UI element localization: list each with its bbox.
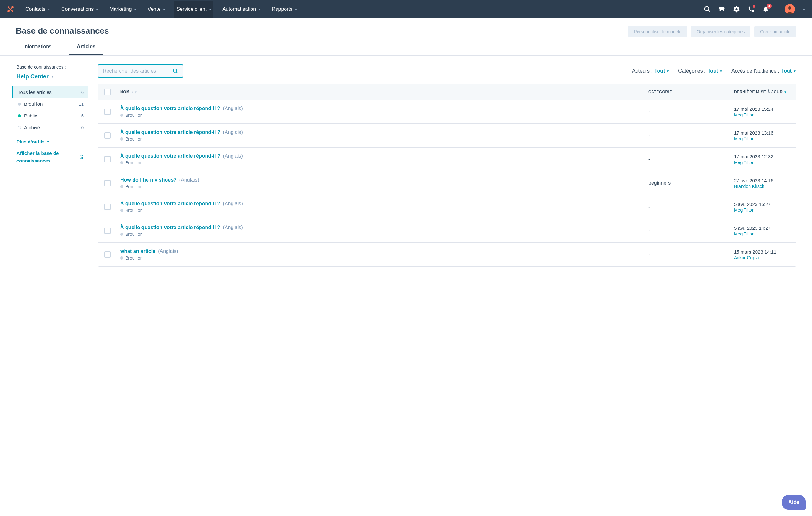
- row-checkbox[interactable]: [104, 251, 111, 258]
- filter-label: Catégories :: [678, 68, 705, 74]
- article-language: (Anglais): [223, 225, 243, 230]
- tab-articles[interactable]: Articles: [69, 44, 103, 55]
- svg-point-8: [173, 69, 177, 72]
- filter-bar: Auteurs : Tout▼ Catégories : Tout▼ Accès…: [632, 68, 796, 74]
- organize-categories-button[interactable]: Organiser les catégories: [691, 26, 751, 37]
- kb-selector[interactable]: Help Center ▼: [12, 73, 88, 80]
- table-body: À quelle question votre article répond-i…: [98, 100, 796, 266]
- filter-audience-value[interactable]: Tout▼: [781, 68, 796, 74]
- filter-label: Brouillon: [24, 101, 42, 107]
- filter-authors: Auteurs : Tout▼: [632, 68, 669, 74]
- nav-item-marketing[interactable]: Marketing▼: [108, 1, 139, 18]
- article-language: (Anglais): [223, 130, 243, 135]
- updated-author-link[interactable]: Meg Tilton: [734, 208, 789, 213]
- create-article-button[interactable]: Créer un article: [754, 26, 796, 37]
- search-box[interactable]: [98, 64, 183, 78]
- row-checkbox[interactable]: [104, 204, 111, 210]
- sidebar-filter-published[interactable]: Publié 5: [12, 110, 88, 121]
- chevron-down-icon: ▼: [47, 140, 50, 143]
- tab-informations[interactable]: Informations: [16, 44, 59, 55]
- article-title-link[interactable]: À quelle question votre article répond-i…: [120, 130, 221, 135]
- table-row: À quelle question votre article répond-i…: [98, 100, 796, 124]
- article-title-link[interactable]: what an article: [120, 248, 155, 254]
- article-language: (Anglais): [223, 153, 243, 159]
- updated-author-link[interactable]: Ankur Gupta: [734, 255, 789, 260]
- row-checkbox[interactable]: [104, 132, 111, 139]
- article-title-link[interactable]: À quelle question votre article répond-i…: [120, 153, 221, 159]
- sidebar-filter-all[interactable]: Tous les articles 16: [12, 86, 88, 98]
- search-icon[interactable]: [173, 68, 178, 74]
- header-updated[interactable]: Dernière mise à jour ▼: [734, 90, 789, 94]
- cell-category: -: [648, 157, 734, 162]
- page-title: Base de connaissances: [16, 26, 109, 36]
- article-title-link[interactable]: How do I tie my shoes?: [120, 177, 177, 183]
- article-language: (Anglais): [223, 106, 243, 111]
- updated-date: 17 mai 2023 15:24: [734, 106, 789, 112]
- chevron-down-icon: ▼: [719, 70, 723, 73]
- sidebar-filter-draft[interactable]: Brouillon 11: [12, 98, 88, 110]
- page-header: Base de connaissances Personnaliser le m…: [0, 19, 812, 37]
- nav-item-rapports[interactable]: Rapports▼: [270, 1, 299, 18]
- header-actions: Personnaliser le modèle Organiser les ca…: [628, 26, 796, 37]
- table-row: À quelle question votre article répond-i…: [98, 219, 796, 243]
- phone-icon[interactable]: [748, 6, 755, 13]
- row-checkbox[interactable]: [104, 156, 111, 162]
- filter-authors-value[interactable]: Tout▼: [655, 68, 669, 74]
- row-checkbox[interactable]: [104, 109, 111, 115]
- filter-categories-value[interactable]: Tout▼: [708, 68, 723, 74]
- article-title-link[interactable]: À quelle question votre article répond-i…: [120, 201, 221, 206]
- table-row: what an article(Anglais)Brouillon-15 mar…: [98, 243, 796, 266]
- updated-author-link[interactable]: Brandon Kirsch: [734, 184, 789, 189]
- filter-categories: Catégories : Tout▼: [678, 68, 723, 74]
- select-all-checkbox[interactable]: [104, 89, 111, 95]
- nav-item-vente[interactable]: Vente▼: [146, 1, 168, 18]
- more-tools-link[interactable]: Plus d'outils ▼: [12, 136, 88, 147]
- cell-category: -: [648, 228, 734, 234]
- notification-icon[interactable]: 8: [762, 6, 769, 13]
- status-dot-icon: [120, 137, 123, 141]
- status-dot-icon: [120, 114, 123, 117]
- status-dot-icon: [120, 161, 123, 164]
- link-label: Afficher la base de connaissances: [17, 150, 78, 165]
- updated-author-link[interactable]: Meg Tilton: [734, 160, 789, 165]
- cell-name: À quelle question votre article répond-i…: [120, 225, 648, 237]
- chevron-down-icon[interactable]: ▼: [803, 8, 806, 11]
- user-avatar[interactable]: [785, 4, 795, 14]
- sidebar-filter-archived[interactable]: Archivé 0: [12, 121, 88, 133]
- nav-item-contacts[interactable]: Contacts▼: [24, 1, 52, 18]
- status-dot-icon: [18, 103, 21, 106]
- filter-count: 0: [81, 125, 84, 130]
- main-content: Auteurs : Tout▼ Catégories : Tout▼ Accès…: [98, 64, 796, 267]
- status-dot-icon: [120, 209, 123, 212]
- svg-line-9: [176, 72, 177, 73]
- header-name[interactable]: Nom ▲▼: [120, 90, 648, 94]
- cell-updated: 17 mai 2023 13:16Meg Tilton: [734, 130, 789, 141]
- nav-right: 8 ▼: [704, 4, 806, 14]
- nav-item-service-client[interactable]: Service client▼: [174, 1, 213, 18]
- updated-author-link[interactable]: Meg Tilton: [734, 136, 789, 141]
- row-checkbox[interactable]: [104, 180, 111, 186]
- article-title-link[interactable]: À quelle question votre article répond-i…: [120, 225, 221, 230]
- row-checkbox[interactable]: [104, 227, 111, 234]
- nav-item-automatisation[interactable]: Automatisation▼: [221, 1, 263, 18]
- updated-author-link[interactable]: Meg Tilton: [734, 232, 789, 237]
- updated-date: 5 avr. 2023 15:27: [734, 201, 789, 207]
- article-title-link[interactable]: À quelle question votre article répond-i…: [120, 106, 221, 111]
- hubspot-logo-icon[interactable]: [6, 5, 14, 13]
- search-input[interactable]: [103, 68, 173, 74]
- cell-category: -: [648, 204, 734, 210]
- table-row: How do I tie my shoes?(Anglais)Brouillon…: [98, 171, 796, 195]
- customize-template-button[interactable]: Personnaliser le modèle: [628, 26, 687, 37]
- status-dot-icon: [120, 233, 123, 236]
- updated-date: 17 mai 2023 12:32: [734, 154, 789, 159]
- nav-item-conversations[interactable]: Conversations▼: [59, 1, 100, 18]
- updated-date: 27 avr. 2023 14:16: [734, 178, 789, 183]
- settings-icon[interactable]: [733, 6, 740, 13]
- sidebar: Base de connaissances : Help Center ▼ To…: [12, 64, 88, 267]
- cell-name: what an article(Anglais)Brouillon: [120, 248, 648, 261]
- view-kb-link[interactable]: Afficher la base de connaissances: [12, 147, 88, 167]
- search-icon[interactable]: [704, 6, 711, 13]
- updated-author-link[interactable]: Meg Tilton: [734, 112, 789, 117]
- marketplace-icon[interactable]: [719, 6, 725, 13]
- cell-category: -: [648, 252, 734, 257]
